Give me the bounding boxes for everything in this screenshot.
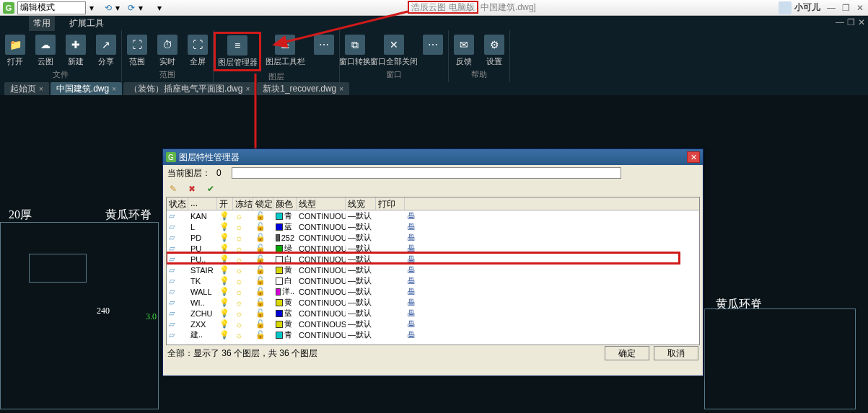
layer-color[interactable]: 黄 bbox=[273, 319, 297, 329]
layer-color[interactable]: 252 bbox=[273, 234, 297, 242]
set-current-icon[interactable]: ✔ bbox=[205, 183, 216, 195]
layer-row[interactable]: ▱TK💡☼🔓白CONTINUOUS—默认🖶 bbox=[167, 275, 699, 286]
ribbon-layermgr-button[interactable]: ≡图层管理器 bbox=[214, 32, 261, 71]
lock-icon[interactable]: 🔓 bbox=[255, 276, 266, 285]
layer-linetype[interactable]: CONTINUOUS bbox=[297, 288, 346, 296]
lock-icon[interactable]: 🔓 bbox=[255, 244, 266, 253]
lock-icon[interactable]: 🔓 bbox=[255, 233, 266, 242]
layer-linetype[interactable]: CONTINUOUS bbox=[297, 255, 346, 264]
panel-close-icon[interactable]: ✕ bbox=[858, 17, 865, 27]
layer-lineweight[interactable]: —默认 bbox=[346, 221, 376, 232]
lock-icon[interactable]: 🔓 bbox=[255, 254, 266, 264]
document-tab[interactable]: 起始页× bbox=[4, 82, 49, 96]
lightbulb-icon[interactable]: 💡 bbox=[219, 287, 229, 296]
printer-icon[interactable]: 🖶 bbox=[407, 308, 416, 319]
col-linetype[interactable]: 线型 bbox=[297, 197, 346, 210]
mode-input[interactable] bbox=[17, 1, 86, 14]
layer-color[interactable]: 青 bbox=[273, 329, 297, 340]
sun-icon[interactable]: ☼ bbox=[235, 266, 242, 275]
layer-linetype[interactable]: CONTINUOUS bbox=[297, 277, 346, 285]
layer-row[interactable]: ▱建..💡☼🔓青CONTINUOUS—默认🖶 bbox=[167, 329, 699, 340]
lightbulb-icon[interactable]: 💡 bbox=[219, 276, 229, 285]
toolbar-icon[interactable]: ⟳ bbox=[128, 3, 135, 13]
col-name[interactable]: ... bbox=[188, 197, 217, 210]
lock-icon[interactable]: 🔓 bbox=[255, 319, 266, 329]
tab-close-icon[interactable]: × bbox=[39, 85, 43, 93]
layer-row[interactable]: ▱ZXX💡☼🔓黄CONTINOUS—默认🖶 bbox=[167, 319, 699, 329]
ribbon-settings-button[interactable]: ⚙设置 bbox=[479, 32, 509, 67]
lock-icon[interactable]: 🔓 bbox=[255, 298, 266, 307]
layer-color[interactable]: 白 bbox=[273, 254, 297, 265]
sun-icon[interactable]: ☼ bbox=[235, 255, 242, 264]
ribbon-new-button[interactable]: ✚新建 bbox=[61, 32, 91, 67]
ribbon-cloud-button[interactable]: ☁云图 bbox=[30, 32, 61, 67]
menu-ext-tools[interactable]: 扩展工具 bbox=[65, 16, 108, 31]
maximize-icon[interactable]: ❐ bbox=[841, 3, 851, 13]
ribbon-winswitch-button[interactable]: ⧉窗口转换 bbox=[340, 32, 370, 67]
layer-row[interactable]: ▱L💡☼🔓蓝CONTINUOUS—默认🖶 bbox=[167, 221, 699, 232]
sun-icon[interactable]: ☼ bbox=[235, 277, 242, 285]
layer-linetype[interactable]: CONTINUOUS bbox=[297, 212, 346, 221]
layer-row[interactable]: ▱PU..💡☼🔓白CONTINUOUS—默认🖶 bbox=[167, 254, 699, 265]
sun-icon[interactable]: ☼ bbox=[235, 223, 242, 231]
layer-row[interactable]: ▱PD💡☼🔓252CONTINUOUS—默认🖶 bbox=[167, 232, 699, 243]
layer-lineweight[interactable]: —默认 bbox=[346, 210, 376, 221]
layer-linetype[interactable]: CONTINUOUS bbox=[297, 331, 346, 339]
panel-restore-icon[interactable]: ❐ bbox=[847, 17, 855, 27]
layer-row[interactable]: ▱ZCHU💡☼🔓蓝CONTINUOUS—默认🖶 bbox=[167, 308, 699, 319]
lightbulb-icon[interactable]: 💡 bbox=[219, 233, 229, 242]
lightbulb-icon[interactable]: 💡 bbox=[219, 298, 229, 307]
toolbar-icon[interactable]: ⟲ bbox=[105, 3, 112, 13]
printer-icon[interactable]: 🖶 bbox=[407, 244, 416, 254]
lightbulb-icon[interactable]: 💡 bbox=[219, 222, 229, 231]
ribbon-full-button[interactable]: ⛶全屏 bbox=[183, 32, 213, 67]
minimize-icon[interactable]: — bbox=[826, 3, 836, 13]
layer-lineweight[interactable]: —默认 bbox=[346, 329, 376, 340]
ribbon-layermisc-button[interactable]: ⋯ bbox=[309, 32, 339, 56]
tab-close-icon[interactable]: × bbox=[245, 85, 250, 93]
user-area[interactable]: 小可儿 bbox=[779, 1, 820, 14]
ok-button[interactable]: 确定 bbox=[605, 346, 649, 360]
layer-row[interactable]: ▱KAN💡☼🔓青CONTINUOUS—默认🖶 bbox=[167, 210, 699, 221]
layer-row[interactable]: ▱STAIR💡☼🔓黄CONTINUOUS—默认🖶 bbox=[167, 265, 699, 275]
lock-icon[interactable]: 🔓 bbox=[255, 265, 266, 275]
menu-common[interactable]: 常用 bbox=[29, 16, 55, 31]
lock-icon[interactable]: 🔓 bbox=[255, 211, 266, 221]
sun-icon[interactable]: ☼ bbox=[235, 288, 242, 296]
layer-linetype[interactable]: CONTINOUS bbox=[297, 320, 346, 329]
layer-lineweight[interactable]: —默认 bbox=[346, 265, 376, 275]
layer-linetype[interactable]: CONTINUOUS bbox=[297, 266, 346, 275]
layer-row[interactable]: ▱WALL💡☼🔓洋..CONTINUOUS—默认🖶 bbox=[167, 286, 699, 297]
lock-icon[interactable]: 🔓 bbox=[255, 287, 266, 296]
grid-body[interactable]: ▱KAN💡☼🔓青CONTINUOUS—默认🖶▱L💡☼🔓蓝CONTINUOUS—默… bbox=[167, 210, 699, 345]
close-icon[interactable]: ✕ bbox=[855, 3, 865, 13]
sun-icon[interactable]: ☼ bbox=[235, 331, 242, 339]
col-lock[interactable]: 锁定 bbox=[253, 197, 273, 210]
printer-icon[interactable]: 🖶 bbox=[407, 233, 416, 243]
layer-color[interactable]: 绿 bbox=[273, 243, 297, 254]
layer-lineweight[interactable]: —默认 bbox=[346, 275, 376, 286]
printer-icon[interactable]: 🖶 bbox=[407, 287, 416, 297]
printer-icon[interactable]: 🖶 bbox=[407, 319, 416, 329]
document-tab[interactable]: （装饰）插座电气平面图.dwg× bbox=[123, 82, 255, 96]
printer-icon[interactable]: 🖶 bbox=[407, 276, 416, 286]
new-layer-icon[interactable]: ✎ bbox=[167, 183, 179, 195]
lightbulb-icon[interactable]: 💡 bbox=[219, 319, 229, 329]
layer-color[interactable]: 黄 bbox=[273, 297, 297, 308]
printer-icon[interactable]: 🖶 bbox=[407, 298, 416, 308]
layer-color[interactable]: 黄 bbox=[273, 265, 297, 275]
layer-linetype[interactable]: CONTINUOUS bbox=[297, 234, 346, 242]
ribbon-winmisc-button[interactable]: ⋯ bbox=[418, 32, 448, 56]
lock-icon[interactable]: 🔓 bbox=[255, 308, 266, 318]
ribbon-winclose-button[interactable]: ✕窗口全部关闭 bbox=[370, 32, 418, 67]
tab-close-icon[interactable]: × bbox=[339, 85, 343, 93]
layer-lineweight[interactable]: —默认 bbox=[346, 243, 376, 254]
cancel-button[interactable]: 取消 bbox=[654, 346, 698, 360]
ribbon-open-button[interactable]: 📁打开 bbox=[0, 32, 30, 67]
document-tab[interactable]: 新块1_recover.dwg× bbox=[257, 82, 349, 96]
layer-color[interactable]: 白 bbox=[273, 275, 297, 286]
ribbon-feedback-button[interactable]: ✉反馈 bbox=[449, 32, 479, 67]
layer-lineweight[interactable]: —默认 bbox=[346, 232, 376, 243]
layer-linetype[interactable]: CONTINUOUS bbox=[297, 298, 346, 307]
col-status[interactable]: 状态 bbox=[167, 197, 188, 210]
